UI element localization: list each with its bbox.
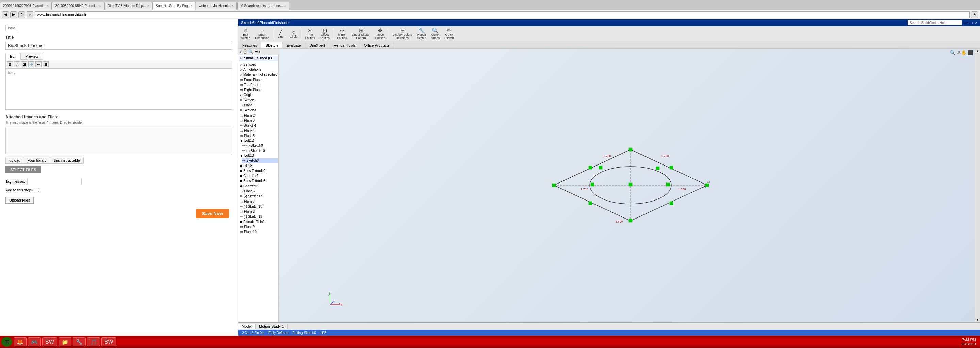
tree-item-fillet3[interactable]: ◆Fillet3: [239, 163, 278, 168]
preview-button[interactable]: Preview: [21, 53, 43, 60]
tree-item-front-plane[interactable]: ▭Front Plane: [239, 77, 278, 82]
tree-back-icon[interactable]: ◁: [239, 49, 242, 54]
motion-study-tab[interactable]: Motion Study 1: [256, 324, 288, 329]
model-tab[interactable]: Model: [238, 324, 256, 329]
tree-history-icon[interactable]: ⌚: [243, 49, 248, 54]
instructable-tab[interactable]: this instructable: [50, 157, 83, 164]
tab-render-tools[interactable]: Render Tools: [329, 42, 360, 48]
taskbar-app-steam[interactable]: 🎮: [28, 337, 41, 346]
add-checkbox[interactable]: [35, 188, 39, 192]
upload-files-button[interactable]: Upload Files: [5, 197, 34, 204]
tree-item-plane8[interactable]: ▭Plane8: [239, 209, 278, 214]
linear-sketch-button[interactable]: ⊞ Linear SketchPattern: [350, 27, 372, 41]
select-files-button[interactable]: SELECT FILES: [5, 166, 41, 173]
tree-item-boss-extrude2[interactable]: ◆Boss-Extrude2: [239, 168, 278, 173]
scroll-up-icon[interactable]: ▲: [976, 49, 979, 53]
tree-item-plane7[interactable]: ▭Plane7: [239, 199, 278, 204]
tree-item-loft12[interactable]: ▼Loft12: [239, 138, 278, 143]
tab-features[interactable]: Features: [238, 42, 261, 48]
display-delete-button[interactable]: ⊟ Display DeleteRelations: [390, 27, 414, 41]
circle-button[interactable]: ○ Circle: [288, 28, 300, 40]
tab-2-close[interactable]: ×: [99, 4, 101, 8]
offset-entities-button[interactable]: ⊡ OffsetEntities: [318, 27, 332, 41]
tree-item-sketch1[interactable]: ✏Sketch1: [239, 98, 278, 103]
taskbar-app-folder[interactable]: 📁: [59, 337, 72, 346]
edit-button[interactable]: Edit: [5, 53, 21, 60]
repair-sketch-button[interactable]: 🔧 RepairSketch: [415, 27, 428, 41]
tree-item-extrude-thin2[interactable]: ◆Extrude-Thin2: [239, 219, 278, 224]
sw-close-icon[interactable]: ×: [975, 21, 977, 25]
tree-item-sketch19[interactable]: ✏(-) Sketch19: [239, 214, 278, 219]
sw-maximize-icon[interactable]: □: [970, 21, 972, 25]
tree-item-sketch17[interactable]: ✏(-) Sketch17: [239, 194, 278, 199]
tab-2[interactable]: 201008290048842:Plasmi... ×: [52, 2, 104, 9]
tree-item-boss-extrude3[interactable]: ◆Boss-Extrude3: [239, 179, 278, 183]
editor-body[interactable]: body: [6, 69, 232, 109]
tab-1[interactable]: 200912190222901:Plasmi... ×: [0, 2, 52, 9]
tree-item-sketch6[interactable]: ✏Sketch6: [242, 158, 278, 163]
view-orient-icon[interactable]: ⬛: [967, 50, 973, 55]
tree-item-origin[interactable]: ⊕Origin: [239, 92, 278, 98]
tree-item-loft13[interactable]: ▼Loft13: [239, 153, 278, 158]
tab-5-close[interactable]: ×: [232, 4, 234, 8]
tree-settings-icon[interactable]: ▸: [259, 49, 261, 54]
sw-viewport[interactable]: 🔍 ↺ ✋ ⬛: [279, 49, 975, 322]
image-drop-area[interactable]: [5, 127, 232, 154]
tree-item-plane6[interactable]: ▭Plane6: [239, 188, 278, 194]
quick-snaps-button[interactable]: 🔍 QuickSnaps: [429, 27, 442, 41]
sw-minimize-icon[interactable]: ─: [965, 21, 967, 25]
edit-button-2[interactable]: ✏: [35, 61, 41, 67]
tab-4[interactable]: Submit - Step By Step ×: [153, 2, 195, 9]
image-button[interactable]: 🖼: [21, 61, 27, 67]
bold-button[interactable]: B: [7, 61, 13, 67]
tab-3[interactable]: DirecTV & Viacom Disp... ×: [105, 2, 152, 9]
upload-tab[interactable]: upload: [5, 157, 24, 164]
tree-item-plane10[interactable]: ▭Plane10: [239, 229, 278, 234]
taskbar-app-sw2[interactable]: SW: [102, 337, 116, 346]
tab-6[interactable]: M Search results - joe.hoe... ×: [237, 2, 289, 9]
forward-button[interactable]: ▶: [10, 11, 17, 18]
tree-item-sketch18[interactable]: ✏(-) Sketch18: [239, 204, 278, 209]
italic-button[interactable]: I: [14, 61, 20, 67]
tab-4-close[interactable]: ×: [191, 4, 192, 8]
tree-search-icon[interactable]: 🔍: [248, 49, 253, 54]
sw-search-input[interactable]: [907, 20, 962, 25]
rotate-icon[interactable]: ↺: [956, 50, 960, 55]
bookmark-button[interactable]: ★: [971, 11, 978, 18]
library-tab[interactable]: your library: [24, 157, 50, 164]
tree-item-annotations[interactable]: ▷Annotations: [239, 67, 278, 72]
link-button[interactable]: 🔗: [28, 61, 34, 67]
pan-icon[interactable]: ✋: [961, 50, 967, 55]
exit-sketch-button[interactable]: ⎋ ExitSketch: [239, 27, 253, 41]
tree-item-plane1[interactable]: ▭Plane1: [239, 103, 278, 108]
taskbar-app-sw[interactable]: SW: [42, 337, 57, 346]
tab-dimxpert[interactable]: DimXpert: [305, 42, 329, 48]
tag-input[interactable]: [27, 178, 82, 185]
tree-item-chamfer2[interactable]: ◆Chamfer2: [239, 173, 278, 179]
line-button[interactable]: ╱ Line: [275, 28, 287, 40]
tab-6-close[interactable]: ×: [284, 4, 286, 8]
home-button[interactable]: ⌂: [27, 11, 33, 18]
tree-item-sketch9[interactable]: ✏(-) Sketch9: [242, 143, 278, 148]
tree-item-sensors[interactable]: ▷Sensors: [239, 62, 278, 67]
save-now-button[interactable]: Save Now: [196, 209, 229, 218]
move-entities-button[interactable]: ✥ MoveEntities: [373, 27, 388, 41]
smart-dimension-button[interactable]: ↔ SmartDimension: [253, 27, 272, 41]
refresh-button[interactable]: ↻: [18, 11, 25, 18]
tab-3-close[interactable]: ×: [147, 4, 149, 8]
mirror-entities-button[interactable]: ⇔ MirrorEntities: [335, 27, 349, 41]
tree-item-plane9[interactable]: ▭Plane9: [239, 224, 278, 229]
tree-item-material[interactable]: ▷Material <not specified>: [239, 72, 278, 77]
scroll-down-icon[interactable]: ▼: [976, 318, 979, 321]
tree-item-right-plane[interactable]: ▭Right Plane: [239, 87, 278, 92]
taskbar-app-media[interactable]: 🎵: [87, 337, 100, 346]
tab-sketch[interactable]: Sketch: [261, 42, 282, 48]
tree-item-plane3[interactable]: ▭Plane3: [239, 118, 278, 123]
tree-item-plane5[interactable]: ▭Plane5: [239, 133, 278, 138]
tree-menu-icon[interactable]: ☰: [254, 49, 258, 54]
tab-5[interactable]: welcome JoeHoenke ×: [196, 2, 237, 9]
taskbar-app-firefox[interactable]: 🦊: [14, 337, 27, 346]
tree-item-top-plane[interactable]: ▭Top Plane: [239, 82, 278, 87]
title-input[interactable]: [5, 41, 232, 50]
start-button[interactable]: ⊞: [2, 337, 12, 346]
